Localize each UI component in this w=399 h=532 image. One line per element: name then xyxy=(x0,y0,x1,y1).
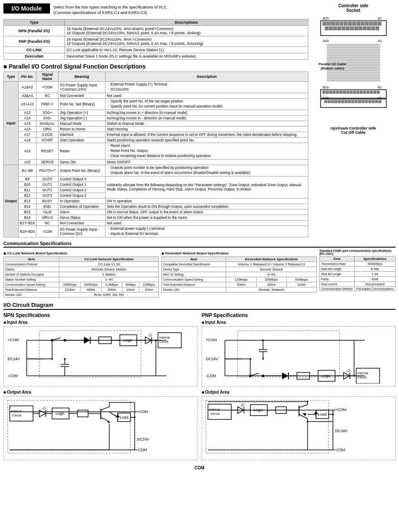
svg-point-187 xyxy=(249,358,251,360)
signal-header: Signal Name xyxy=(36,72,58,81)
meaning-cell: Start Operation xyxy=(58,137,105,143)
svg-rect-6 xyxy=(335,22,339,25)
pio-table: Type Pin No. Signal Name Meaning Descrip… xyxy=(3,72,308,237)
meaning-cell: Servo Status xyxy=(58,215,105,220)
pin-cell: A1&A2 xyxy=(18,81,36,93)
table-row: B17~B18 NC Not Connected Not used. xyxy=(4,220,308,226)
val-cell: Full-duplex Communications xyxy=(355,287,396,291)
pin-cell: A17 xyxy=(18,132,36,137)
desc-cell: Starts positioning operation towards spe… xyxy=(105,137,308,143)
desc-cell: Switch to Manual Mode xyxy=(105,121,308,126)
pin-cell: A18 xyxy=(18,137,36,143)
signal-cell: BUSY xyxy=(36,198,58,204)
table-row: PNP (Parallel I/O) 16 Inputs (External D… xyxy=(4,36,308,47)
signal-cell: -COM xyxy=(36,226,58,237)
svg-rect-55 xyxy=(323,91,325,94)
desc-cell: ON in operation xyxy=(105,198,308,204)
svg-rect-56 xyxy=(326,91,329,94)
meaning-cell: Interlock xyxy=(58,132,105,137)
pin-cell: A19 xyxy=(18,143,36,159)
svg-point-235 xyxy=(307,401,308,402)
signal-cell: PIN0~7 xyxy=(36,98,58,110)
svg-rect-87 xyxy=(375,100,378,103)
item-cell: Communication Speed Setting xyxy=(162,277,226,282)
rs232c-block: Standard COM1 port communication specifi… xyxy=(319,249,396,291)
svg-rect-16 xyxy=(378,22,381,25)
val-cell: 8 bits xyxy=(355,266,396,271)
cclink-header: CC-Link Network Board Specification xyxy=(3,251,159,256)
dist-cell: 100m xyxy=(286,282,316,287)
svg-text:Logic: Logic xyxy=(254,408,263,412)
meaning-cell: Not Connected xyxy=(58,93,105,98)
upstream-label: Upstream Controller side Cut Off Cable xyxy=(330,126,376,135)
svg-rect-58 xyxy=(333,91,335,94)
svg-rect-17 xyxy=(325,27,328,30)
speed-cell: 156Kbps xyxy=(59,282,80,287)
table-row: A17 /LOCK Interlock External input is al… xyxy=(4,132,308,137)
speed-cell: 625Kbps xyxy=(80,282,102,287)
pnp-input-svg: +COM DC24V -COM xyxy=(204,328,382,383)
table-row: B15 /ALM Alarm ON in normal status, OFF … xyxy=(4,209,308,215)
meaning-cell: Control Output 0 xyxy=(58,176,105,182)
type-header: Type xyxy=(4,72,19,81)
svg-rect-33 xyxy=(327,47,380,48)
signal-cell: OUT0 xyxy=(36,176,58,182)
pnp-circuit-block: PNP Specifications Input Area +COM DC24V… xyxy=(202,312,396,464)
svg-rect-8 xyxy=(344,22,347,25)
com-label: COM xyxy=(3,466,396,470)
input-type-cell: Input xyxy=(4,81,19,165)
speed-cell: 250kbps xyxy=(256,277,286,282)
svg-rect-36 xyxy=(327,54,380,56)
pnp-input-circuit: +COM DC24V -COM xyxy=(202,326,396,386)
cclink-block: CC-Link Network Board Specification Item… xyxy=(3,249,159,298)
circuit-row: NPN Specifications Input Area +COM DC24V… xyxy=(3,312,396,464)
meaning-cell: Completion of Operation xyxy=(58,204,105,209)
desc-cell: ・Reset Alarm・Reset Point No. Output・Clea… xyxy=(105,143,308,159)
desc-cell: Inching/Jog moves in - direction (in man… xyxy=(105,115,308,121)
val-cell: 0~63 xyxy=(226,272,317,277)
pin-cell: A13 xyxy=(18,110,36,115)
item-cell: Communication Protocol xyxy=(4,262,59,267)
io-module-title: I/O Module xyxy=(3,3,50,14)
meaning-cell: Manual Mode xyxy=(58,121,105,126)
item-cell: MAC ID Setting xyxy=(162,272,226,277)
svg-rect-75 xyxy=(335,100,337,103)
desc-cell: Sets the Operation result to ON through … xyxy=(105,204,308,209)
desc-col-header: Descriptions xyxy=(64,19,308,25)
speed-cell: 500kbps xyxy=(286,277,316,282)
svg-text:Circuit: Circuit xyxy=(357,375,367,379)
speed-cell: 10Mbps xyxy=(139,282,159,287)
table-row: B9 OUT0 Control Output 0 Arbitrarily all… xyxy=(4,176,308,182)
table-row: B14 END Completion of Operation Sets the… xyxy=(4,204,308,209)
dist-cell: 400m xyxy=(102,287,122,292)
devicenet-type: DeviceNet xyxy=(4,53,65,59)
svg-point-162 xyxy=(134,416,136,418)
table-row: Station Number Setting 1~64 xyxy=(4,277,159,282)
pin-cell: A14 xyxy=(18,115,36,121)
item-cell: Data Bit Length xyxy=(320,266,355,271)
svg-text:Internal: Internal xyxy=(357,371,368,375)
item-cell: Device Type xyxy=(162,267,226,272)
svg-rect-84 xyxy=(365,100,368,103)
item-cell: Communication Speed Setting xyxy=(4,282,59,287)
val-cell: 1 Station xyxy=(59,272,159,277)
meaning-cell: Point No. Set (Binary) xyxy=(58,98,105,110)
table-row: A20 SERVO Servo ON Motor ON/OFF xyxy=(4,159,308,165)
svg-text:Logic: Logic xyxy=(123,338,133,342)
cclink-type: CC-LINK xyxy=(4,47,65,53)
svg-text:Circuit: Circuit xyxy=(12,413,22,417)
svg-line-231 xyxy=(299,414,308,419)
devicenet-header: DeviceNet Network Board Specification xyxy=(161,251,317,256)
npn-output-title: Output Area xyxy=(3,390,197,394)
val-cell: RUN, ERR, SD, RD xyxy=(59,292,159,297)
signal-cell: OUT3 xyxy=(36,193,58,198)
svg-rect-76 xyxy=(338,100,341,103)
svg-rect-37 xyxy=(327,57,380,58)
item-cell: Transmission Rate xyxy=(320,261,355,266)
socket-svg: B20 B1 xyxy=(314,14,393,124)
svg-rect-27 xyxy=(367,27,371,30)
table-row: Data Bit Length 8 bits xyxy=(320,266,396,271)
svg-line-176 xyxy=(250,373,259,376)
table-row: Compatible DeviceNet Specification Volum… xyxy=(162,262,317,267)
pin-cell: B14 xyxy=(18,204,36,209)
